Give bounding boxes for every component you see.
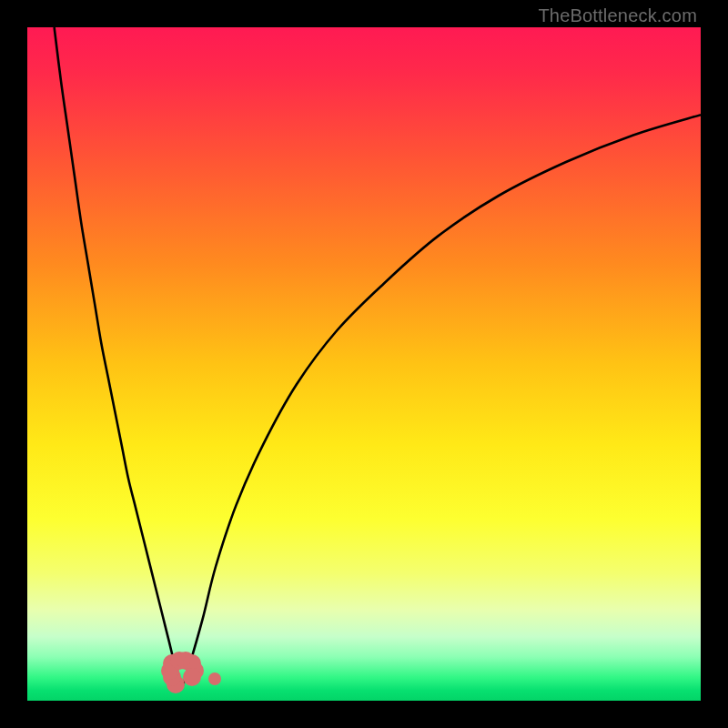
outer-frame: TheBottleneck.com: [0, 0, 728, 728]
plot-area: [27, 27, 701, 701]
left-curve: [55, 27, 183, 687]
right-curve: [182, 115, 701, 687]
watermark-text: TheBottleneck.com: [538, 5, 697, 26]
dot: [208, 672, 221, 685]
curves-layer: [27, 27, 701, 701]
